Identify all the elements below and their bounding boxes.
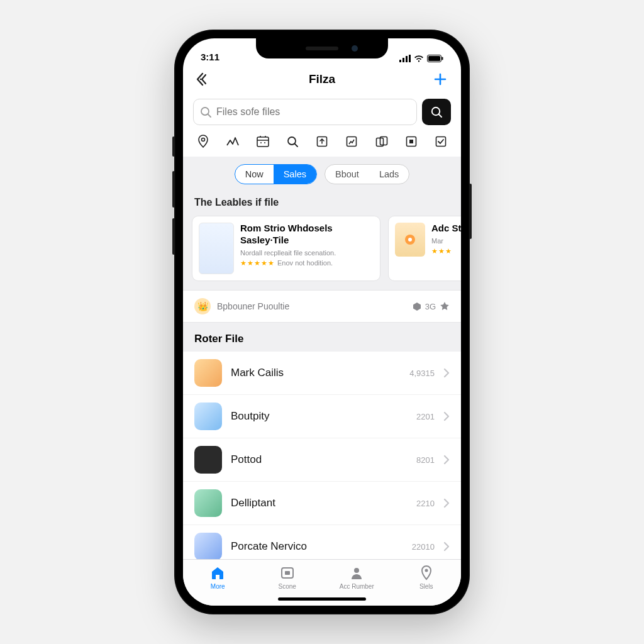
home-icon <box>209 565 226 581</box>
section-header: The Leables if file <box>183 193 461 216</box>
search-row <box>183 95 461 131</box>
card-title: Rom Strio Whdosels Sasley·Tile <box>240 223 374 247</box>
banner-icon: 👑 <box>194 298 211 314</box>
featured-card[interactable]: Adc Sty Mar ★★★ <box>388 216 461 281</box>
svg-rect-0 <box>399 60 401 62</box>
list-item-meta: 2210 <box>416 499 435 508</box>
svg-rect-6 <box>442 57 443 60</box>
home-indicator[interactable] <box>278 597 366 601</box>
content: Now Sales Bbout Lads The Leables if file… <box>183 157 461 559</box>
list-item-label: Boutpity <box>231 410 408 423</box>
list-item[interactable]: Mark Cailis 4,9315 <box>183 352 461 395</box>
tool-pin[interactable] <box>196 134 211 149</box>
list-item[interactable]: Porcate Nervico 22010 <box>183 525 461 559</box>
svg-rect-19 <box>409 140 413 143</box>
card-title: Adc Sty <box>431 223 461 235</box>
card-subtitle: Mar <box>431 236 461 245</box>
list-section: Roter File Mark Cailis 4,9315 Boutpity 2… <box>183 323 461 559</box>
tab-home[interactable]: More <box>196 565 240 590</box>
list-item[interactable]: Delliptant 2210 <box>183 482 461 525</box>
card-thumbnail <box>395 223 425 257</box>
list-item-label: Mark Cailis <box>231 367 401 379</box>
svg-rect-2 <box>406 56 408 62</box>
chevron-right-icon <box>443 455 450 465</box>
tool-search[interactable] <box>285 134 300 149</box>
tool-export[interactable] <box>314 134 330 149</box>
list-item[interactable]: Pottod 8201 <box>183 438 461 482</box>
search-icon <box>430 106 443 118</box>
banner-meta: 3G <box>413 301 450 311</box>
file-list: Mark Cailis 4,9315 Boutpity 2201 Pottod … <box>183 352 461 559</box>
tool-calendar[interactable] <box>255 134 270 149</box>
svg-rect-1 <box>402 58 404 62</box>
search-field[interactable] <box>193 99 417 125</box>
tab-scone[interactable]: Scone <box>265 565 309 590</box>
svg-point-9 <box>202 138 205 142</box>
svg-point-26 <box>425 569 428 572</box>
tool-image[interactable] <box>344 134 359 149</box>
hexagon-icon <box>413 302 421 311</box>
tool-check[interactable] <box>433 134 448 149</box>
battery-icon <box>427 55 443 62</box>
chevron-right-icon <box>443 541 450 552</box>
page-title: Filza <box>309 72 335 86</box>
tab-account[interactable]: Acc Rumber <box>335 565 379 590</box>
app-icon <box>194 446 222 474</box>
list-item-meta: 2201 <box>416 412 435 421</box>
segment-control: Now Sales Bbout Lads <box>183 157 461 193</box>
app-icon <box>194 359 222 387</box>
card-icon <box>279 565 296 581</box>
chevron-right-icon <box>443 411 450 421</box>
svg-point-13 <box>288 137 296 145</box>
list-item-label: Delliptant <box>231 497 408 509</box>
chevron-right-icon <box>443 498 450 508</box>
segment-sales[interactable]: Sales <box>274 165 316 184</box>
segment-now[interactable]: Now <box>235 165 274 184</box>
wifi-icon <box>414 55 424 62</box>
tool-activity[interactable] <box>225 134 240 149</box>
svg-rect-10 <box>257 137 269 147</box>
svg-point-22 <box>408 238 412 242</box>
notch <box>256 38 388 58</box>
svg-rect-20 <box>436 137 446 147</box>
tab-label: More <box>211 583 225 590</box>
tab-label: Scone <box>279 583 296 590</box>
cellular-icon <box>399 55 411 62</box>
search-button[interactable] <box>422 99 451 125</box>
back-button[interactable] <box>194 70 213 89</box>
list-item-meta: 4,9315 <box>409 369 435 378</box>
person-icon <box>348 565 365 581</box>
list-item-label: Porcate Nervico <box>231 540 403 553</box>
front-camera <box>352 45 358 52</box>
card-rating: ★★★ <box>431 247 461 255</box>
card-rating: ★★★★★Enov not hodition. <box>240 259 374 267</box>
segment-lads[interactable]: Lads <box>369 165 409 184</box>
tool-play[interactable] <box>404 134 419 149</box>
app-icon <box>194 489 222 517</box>
pin-icon <box>418 565 435 581</box>
svg-point-7 <box>201 108 209 115</box>
list-header: Roter File <box>183 333 461 352</box>
tool-copy[interactable] <box>374 134 389 149</box>
list-item[interactable]: Boutpity 2201 <box>183 395 461 438</box>
segment-bbout[interactable]: Bbout <box>325 165 369 184</box>
banner-row[interactable]: 👑 Bpbouner Puoultie 3G <box>183 290 461 323</box>
add-button[interactable] <box>431 70 450 89</box>
card-thumbnail <box>199 223 234 274</box>
app-icon <box>194 533 222 559</box>
nav-bar: Filza <box>183 64 461 95</box>
tab-slels[interactable]: Slels <box>404 565 448 590</box>
search-input[interactable] <box>216 106 410 118</box>
app-icon <box>194 402 222 430</box>
svg-point-12 <box>264 142 265 143</box>
volume-down <box>172 218 175 255</box>
list-item-label: Pottod <box>231 453 408 466</box>
speaker-grille <box>306 47 338 50</box>
status-time: 3:11 <box>201 52 219 62</box>
svg-point-25 <box>354 568 359 573</box>
featured-card[interactable]: Rom Strio Whdosels Sasley·Tile Nordall r… <box>192 216 380 281</box>
toolbar <box>183 131 461 157</box>
banner-text: Bpbouner Puoultie <box>217 301 406 311</box>
svg-rect-5 <box>428 56 440 61</box>
power-button <box>469 184 472 239</box>
